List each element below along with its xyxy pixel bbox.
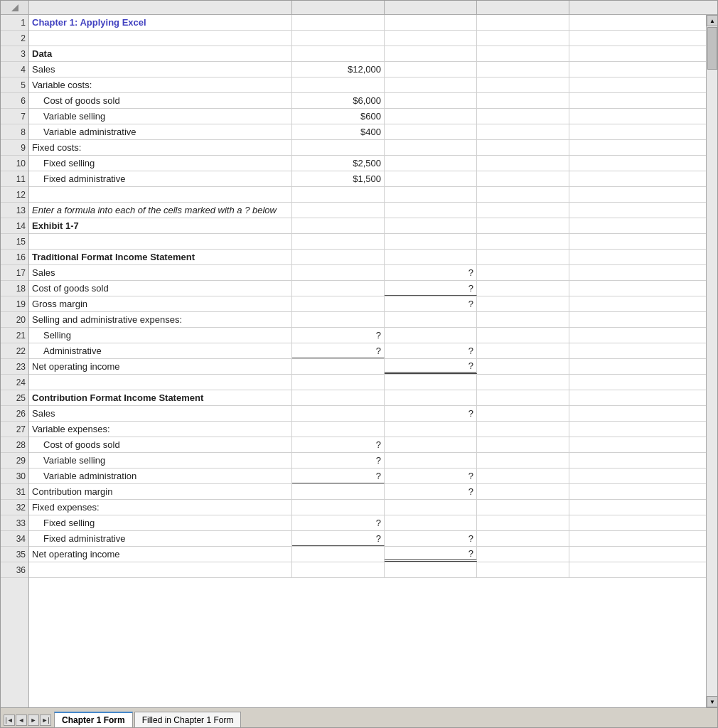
cell-d-36[interactable] xyxy=(477,562,569,577)
scroll-up-button[interactable]: ▲ xyxy=(707,15,717,26)
cell-a-11[interactable]: Fixed administrative xyxy=(29,171,292,186)
cell-b-31[interactable] xyxy=(292,484,385,499)
cell-b-34[interactable]: ? xyxy=(292,531,385,546)
cell-b-12[interactable] xyxy=(292,187,385,202)
cell-c-21[interactable] xyxy=(385,328,477,343)
cell-a-16[interactable]: Traditional Format Income Statement xyxy=(29,250,292,264)
cell-b-29[interactable]: ? xyxy=(292,453,385,468)
cell-d-18[interactable] xyxy=(477,281,569,296)
cell-c-33[interactable] xyxy=(385,515,477,530)
cell-a-8[interactable]: Variable administrative xyxy=(29,124,292,139)
cell-a-32[interactable]: Fixed expenses: xyxy=(29,500,292,515)
cell-c-36[interactable] xyxy=(385,562,477,577)
cell-b-27[interactable] xyxy=(292,422,385,437)
cell-d-1[interactable] xyxy=(477,15,569,30)
cell-b-20[interactable] xyxy=(292,312,385,327)
cell-c-26[interactable]: ? xyxy=(385,406,477,421)
cell-a-15[interactable] xyxy=(29,234,292,249)
cell-a-3[interactable]: Data xyxy=(29,46,292,61)
cell-b-18[interactable] xyxy=(292,281,385,296)
cell-d-26[interactable] xyxy=(477,406,569,421)
scroll-down-button[interactable]: ▼ xyxy=(707,696,717,707)
cell-a-30[interactable]: Variable administration xyxy=(29,469,292,483)
cell-b-30[interactable]: ? xyxy=(292,469,385,483)
cell-c-6[interactable] xyxy=(385,93,477,108)
cell-d-3[interactable] xyxy=(477,46,569,61)
cell-b-13[interactable] xyxy=(292,203,385,218)
vertical-scrollbar[interactable]: ▲ ▼ xyxy=(706,15,717,707)
cell-d-22[interactable] xyxy=(477,343,569,358)
cell-c-35[interactable]: ? xyxy=(385,547,477,562)
cell-d-30[interactable] xyxy=(477,469,569,483)
cell-d-27[interactable] xyxy=(477,422,569,437)
cell-c-12[interactable] xyxy=(385,187,477,202)
cell-c-20[interactable] xyxy=(385,312,477,327)
cell-b-17[interactable] xyxy=(292,265,385,280)
cell-a-27[interactable]: Variable expenses: xyxy=(29,422,292,437)
cell-c-19[interactable]: ? xyxy=(385,296,477,311)
cell-a-20[interactable]: Selling and administrative expenses: xyxy=(29,312,292,327)
tab-last-button[interactable]: ►| xyxy=(40,714,51,726)
cell-b-28[interactable]: ? xyxy=(292,437,385,452)
cell-d-21[interactable] xyxy=(477,328,569,343)
tab-first-button[interactable]: |◄ xyxy=(4,714,15,726)
cell-a-28[interactable]: Cost of goods sold xyxy=(29,437,292,452)
cell-c-24[interactable] xyxy=(385,375,477,390)
cell-b-3[interactable] xyxy=(292,46,385,61)
cell-a-12[interactable] xyxy=(29,187,292,202)
cell-a-31[interactable]: Contribution margin xyxy=(29,484,292,499)
cell-b-9[interactable] xyxy=(292,140,385,155)
cell-a-6[interactable]: Cost of goods sold xyxy=(29,93,292,108)
cell-d-16[interactable] xyxy=(477,250,569,264)
cell-c-14[interactable] xyxy=(385,218,477,233)
cell-b-21[interactable]: ? xyxy=(292,328,385,343)
cell-d-8[interactable] xyxy=(477,124,569,139)
cell-b-23[interactable] xyxy=(292,359,385,374)
cell-c-2[interactable] xyxy=(385,31,477,46)
cell-d-17[interactable] xyxy=(477,265,569,280)
cell-d-10[interactable] xyxy=(477,156,569,171)
scroll-track[interactable] xyxy=(707,26,717,696)
cell-a-21[interactable]: Selling xyxy=(29,328,292,343)
cell-d-2[interactable] xyxy=(477,31,569,46)
cell-d-9[interactable] xyxy=(477,140,569,155)
cell-d-11[interactable] xyxy=(477,171,569,186)
tab-prev-button[interactable]: ◄ xyxy=(16,714,27,726)
cell-d-19[interactable] xyxy=(477,296,569,311)
cell-a-23[interactable]: Net operating income xyxy=(29,359,292,374)
cell-c-15[interactable] xyxy=(385,234,477,249)
cell-d-5[interactable] xyxy=(477,77,569,92)
cell-d-31[interactable] xyxy=(477,484,569,499)
cell-c-28[interactable] xyxy=(385,437,477,452)
cell-c-4[interactable] xyxy=(385,62,477,77)
cell-d-28[interactable] xyxy=(477,437,569,452)
cell-c-9[interactable] xyxy=(385,140,477,155)
cell-b-4[interactable]: $12,000 xyxy=(292,62,385,77)
cell-b-33[interactable]: ? xyxy=(292,515,385,530)
cell-c-11[interactable] xyxy=(385,171,477,186)
cell-d-33[interactable] xyxy=(477,515,569,530)
cell-a-25[interactable]: Contribution Format Income Statement xyxy=(29,390,292,405)
cell-a-17[interactable]: Sales xyxy=(29,265,292,280)
cell-a-35[interactable]: Net operating income xyxy=(29,547,292,562)
cell-c-30[interactable]: ? xyxy=(385,469,477,483)
cell-b-5[interactable] xyxy=(292,77,385,92)
cell-d-24[interactable] xyxy=(477,375,569,390)
cell-c-3[interactable] xyxy=(385,46,477,61)
cell-a-13[interactable]: Enter a formula into each of the cells m… xyxy=(29,203,292,218)
cell-a-7[interactable]: Variable selling xyxy=(29,109,292,124)
cell-a-4[interactable]: Sales xyxy=(29,62,292,77)
cell-b-6[interactable]: $6,000 xyxy=(292,93,385,108)
cell-b-10[interactable]: $2,500 xyxy=(292,156,385,171)
cell-c-1[interactable] xyxy=(385,15,477,30)
cell-c-22[interactable]: ? xyxy=(385,343,477,358)
cell-a-24[interactable] xyxy=(29,375,292,390)
cell-d-15[interactable] xyxy=(477,234,569,249)
cell-b-1[interactable] xyxy=(292,15,385,30)
cell-c-34[interactable]: ? xyxy=(385,531,477,546)
cell-c-18[interactable]: ? xyxy=(385,281,477,296)
cell-a-1[interactable]: Chapter 1: Applying Excel xyxy=(29,15,292,30)
cell-c-32[interactable] xyxy=(385,500,477,515)
cell-a-26[interactable]: Sales xyxy=(29,406,292,421)
cell-b-7[interactable]: $600 xyxy=(292,109,385,124)
